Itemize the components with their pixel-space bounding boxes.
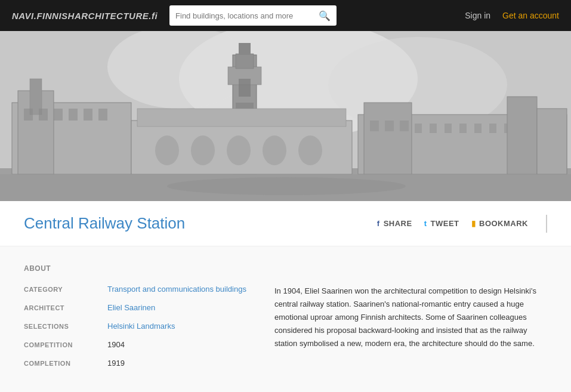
svg-rect-37 — [489, 124, 496, 133]
meta-key-category: CATEGORY — [24, 285, 107, 293]
meta-value-selections[interactable]: Helsinki Landmarks — [107, 322, 175, 331]
meta-row-competition: COMPETITION 1904 — [24, 340, 251, 349]
meta-key-completion: COMPLETION — [24, 359, 107, 367]
about-label: ABOUT — [24, 264, 547, 273]
svg-point-26 — [298, 135, 322, 165]
svg-rect-42 — [537, 109, 567, 174]
tweet-button[interactable]: t TWEET — [424, 219, 459, 228]
meta-value-architect[interactable]: Eliel Saarinen — [107, 303, 155, 312]
meta-value-competition: 1904 — [107, 340, 125, 349]
svg-rect-41 — [507, 97, 537, 174]
about-section: CATEGORY Transport and communications bu… — [24, 285, 547, 377]
search-button[interactable]: 🔍 — [319, 10, 331, 21]
title-blue: Railway — [78, 214, 132, 232]
svg-rect-17 — [239, 43, 251, 55]
share-label: SHARE — [384, 219, 412, 228]
header: NAVI.FINNISHARCHITECTURE.fi 🔍 Sign in Ge… — [0, 0, 571, 31]
meta-row-category: CATEGORY Transport and communications bu… — [24, 285, 251, 294]
title-end: Station — [132, 214, 185, 232]
description-content: In 1904, Eliel Saarinen won the architec… — [274, 286, 536, 348]
logo-text: NAVI.FINNISHARCHITECTURE. — [12, 11, 152, 21]
title-plain: Central — [24, 214, 78, 232]
bookmark-button[interactable]: ▮ BOOKMARK — [471, 219, 529, 228]
meta-row-selections: SELECTIONS Helsinki Landmarks — [24, 322, 251, 331]
svg-rect-28 — [364, 103, 412, 174]
main-content: ABOUT CATEGORY Transport and communicati… — [0, 246, 571, 392]
meta-row-completion: COMPLETION 1919 — [24, 359, 251, 368]
description-text: In 1904, Eliel Saarinen won the architec… — [274, 285, 547, 377]
svg-rect-8 — [24, 109, 33, 121]
facebook-icon: f — [377, 219, 380, 228]
logo-italic: fi — [152, 11, 158, 21]
search-bar: 🔍 — [169, 5, 337, 26]
svg-rect-13 — [98, 109, 107, 121]
svg-rect-33 — [430, 124, 437, 133]
meta-value-category[interactable]: Transport and communications buildings — [107, 285, 246, 294]
twitter-icon: t — [424, 219, 427, 228]
bookmark-label: BOOKMARK — [479, 219, 528, 228]
meta-key-competition: COMPETITION — [24, 340, 107, 348]
site-logo: NAVI.FINNISHARCHITECTURE.fi — [12, 11, 158, 21]
svg-rect-12 — [84, 109, 92, 121]
bookmark-icon: ▮ — [471, 219, 476, 228]
svg-point-23 — [191, 135, 215, 165]
page-title: Central Railway Station — [24, 214, 185, 233]
action-buttons: f SHARE t TWEET ▮ BOOKMARK — [377, 215, 547, 233]
get-account-link[interactable]: Get an account — [502, 11, 559, 20]
meta-value-completion: 1919 — [107, 359, 125, 368]
svg-rect-18 — [239, 79, 251, 97]
meta-key-selections: SELECTIONS — [24, 322, 107, 330]
header-right: Sign in Get an account — [465, 11, 559, 20]
svg-rect-9 — [39, 109, 48, 121]
title-bar: Central Railway Station f SHARE t TWEET … — [0, 201, 571, 246]
svg-rect-31 — [400, 121, 409, 131]
svg-rect-11 — [69, 109, 78, 121]
svg-point-25 — [263, 135, 286, 165]
svg-rect-34 — [445, 124, 452, 133]
sign-in-link[interactable]: Sign in — [465, 11, 490, 20]
svg-rect-10 — [54, 109, 63, 121]
meta-row-architect: ARCHITECT Eliel Saarinen — [24, 303, 251, 312]
svg-point-22 — [155, 135, 179, 165]
svg-rect-30 — [385, 121, 394, 131]
hero-image — [0, 31, 571, 201]
meta-key-architect: ARCHITECT — [24, 303, 107, 311]
share-button[interactable]: f SHARE — [377, 219, 412, 228]
svg-rect-21 — [137, 109, 346, 126]
svg-point-44 — [167, 177, 406, 195]
svg-rect-32 — [415, 124, 422, 133]
vertical-divider — [546, 215, 547, 233]
svg-rect-35 — [459, 124, 467, 133]
svg-point-24 — [227, 135, 251, 165]
svg-rect-29 — [370, 121, 379, 131]
metadata-table: CATEGORY Transport and communications bu… — [24, 285, 251, 377]
svg-rect-36 — [474, 124, 482, 133]
tweet-label: TWEET — [431, 219, 459, 228]
svg-rect-16 — [236, 54, 254, 69]
search-input[interactable] — [175, 11, 319, 20]
